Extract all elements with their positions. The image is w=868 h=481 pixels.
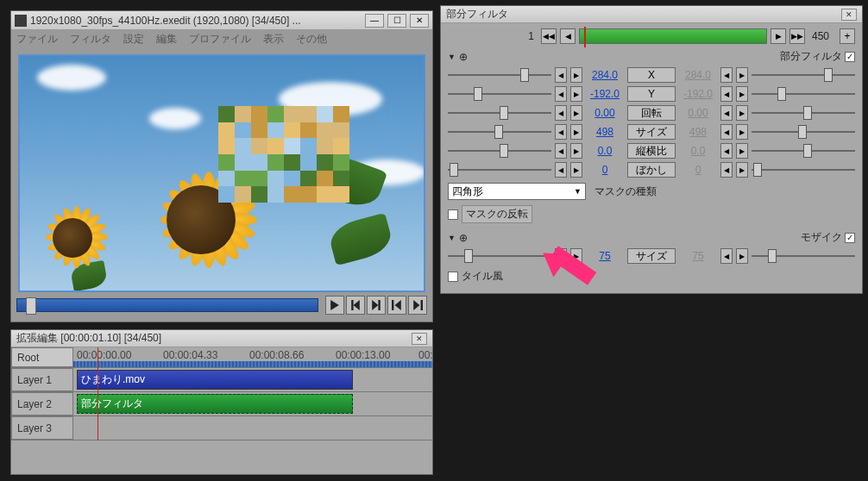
slider-right[interactable] (752, 143, 855, 159)
close-button[interactable]: ✕ (410, 14, 429, 28)
video-clip[interactable]: ひまわり.mov (77, 370, 353, 390)
frame-bar[interactable] (579, 28, 767, 44)
dec-right[interactable]: ◀ (720, 105, 733, 121)
frame-add-button[interactable]: + (840, 28, 855, 44)
slider-right[interactable] (752, 67, 855, 83)
layer-3-label[interactable]: Layer 3 (11, 416, 73, 440)
slider-right[interactable] (752, 248, 855, 264)
slider-left[interactable] (448, 162, 551, 178)
inc-right[interactable]: ▶ (736, 86, 748, 102)
frame-next-button[interactable]: ▶ (771, 28, 786, 44)
timeline-close-button[interactable]: ✕ (412, 333, 427, 345)
param-name-btn[interactable]: 回転 (627, 105, 676, 121)
minimize-button[interactable]: — (365, 14, 384, 28)
anchor-icon-2[interactable]: ⊕ (459, 232, 468, 244)
layer-1-label[interactable]: Layer 1 (11, 368, 73, 391)
inc-left[interactable]: ▶ (570, 105, 582, 121)
dec-left[interactable]: ◀ (555, 67, 567, 83)
mask-shape-dropdown[interactable]: 四角形 ▼ (448, 183, 586, 200)
slider-left[interactable] (448, 86, 551, 102)
dec-right[interactable]: ◀ (720, 86, 733, 102)
dec-left[interactable]: ◀ (555, 143, 567, 159)
menu-edit[interactable]: 編集 (156, 32, 177, 47)
inc-left[interactable]: ▶ (570, 162, 582, 178)
dec-left[interactable]: ◀ (555, 162, 567, 178)
menu-other[interactable]: その他 (296, 32, 327, 47)
menu-file[interactable]: ファイル (16, 32, 58, 47)
section-1-checkbox[interactable] (845, 52, 855, 62)
dec-right[interactable]: ◀ (720, 162, 733, 178)
next-frame-button[interactable] (367, 296, 386, 315)
slider-right[interactable] (752, 86, 855, 102)
first-frame-button[interactable] (387, 296, 406, 315)
filter-clip[interactable]: 部分フィルタ (77, 394, 353, 414)
seek-thumb[interactable] (26, 297, 36, 315)
slider-right[interactable] (752, 124, 855, 140)
play-button[interactable] (325, 296, 344, 315)
dec-right[interactable]: ◀ (720, 248, 733, 264)
collapse-icon-2[interactable]: ▼ (448, 234, 456, 242)
val-left[interactable]: 0.00 (586, 107, 624, 119)
val-left[interactable]: 75 (586, 250, 624, 262)
slider-left[interactable] (448, 248, 551, 264)
param-name-btn[interactable]: 縦横比 (627, 143, 676, 159)
slider-left[interactable] (448, 143, 551, 159)
inc-right[interactable]: ▶ (736, 105, 748, 121)
dec-right[interactable]: ◀ (720, 67, 733, 83)
inc-left[interactable]: ▶ (570, 67, 582, 83)
param-name-btn[interactable]: サイズ (627, 124, 676, 140)
val-left[interactable]: -192.0 (586, 88, 624, 100)
val-left[interactable]: 0.0 (586, 145, 624, 157)
root-label[interactable]: Root (11, 347, 73, 367)
param-name-btn[interactable]: ぼかし (627, 162, 676, 178)
inc-left[interactable]: ▶ (570, 86, 582, 102)
val-right[interactable]: 0 (679, 164, 717, 176)
invert-mask-checkbox[interactable] (448, 209, 458, 220)
tile-checkbox[interactable] (448, 272, 458, 282)
collapse-icon[interactable]: ▼ (448, 53, 456, 61)
menu-view[interactable]: 表示 (263, 32, 284, 47)
preview-canvas[interactable] (18, 54, 425, 292)
inc-right[interactable]: ▶ (736, 162, 748, 178)
frame-start[interactable]: 1 (448, 30, 538, 42)
anchor-icon[interactable]: ⊕ (459, 51, 468, 63)
val-right[interactable]: 75 (679, 250, 717, 262)
menu-profile[interactable]: プロファイル (189, 32, 251, 47)
frame-last-button[interactable]: ▶▶ (789, 28, 805, 44)
slider-right[interactable] (752, 105, 855, 121)
prev-frame-button[interactable] (346, 296, 365, 315)
menu-filter[interactable]: フィルタ (70, 32, 111, 47)
inc-left[interactable]: ▶ (570, 248, 582, 264)
frame-prev-button[interactable]: ◀ (560, 28, 576, 44)
seek-bar[interactable] (16, 298, 318, 312)
slider-left[interactable] (448, 67, 551, 83)
slider-left[interactable] (448, 124, 551, 140)
inc-right[interactable]: ▶ (736, 143, 748, 159)
dec-right[interactable]: ◀ (720, 143, 733, 159)
param-name-btn[interactable]: Y (627, 86, 676, 102)
dec-left[interactable]: ◀ (555, 86, 567, 102)
inc-right[interactable]: ▶ (736, 248, 748, 264)
dec-left[interactable]: ◀ (555, 124, 567, 140)
layer-1-track[interactable]: ひまわり.mov (73, 368, 432, 391)
val-left[interactable]: 284.0 (586, 69, 624, 81)
val-right[interactable]: 284.0 (679, 69, 717, 81)
dec-left[interactable]: ◀ (555, 105, 567, 121)
mosaic-checkbox[interactable] (845, 233, 855, 243)
filter-close-button[interactable]: ✕ (841, 9, 857, 21)
val-right[interactable]: -192.0 (679, 88, 717, 100)
menu-settings[interactable]: 設定 (123, 32, 144, 47)
frame-end[interactable]: 450 (808, 30, 836, 42)
param-name-btn[interactable]: サイズ (627, 248, 676, 264)
val-left[interactable]: 0 (586, 164, 624, 176)
layer-2-label[interactable]: Layer 2 (11, 392, 73, 415)
layer-3-track[interactable] (73, 416, 432, 440)
inc-left[interactable]: ▶ (570, 143, 582, 159)
slider-left[interactable] (448, 105, 551, 121)
layer-2-track[interactable]: 部分フィルタ (73, 392, 432, 415)
val-left[interactable]: 498 (586, 126, 624, 138)
dec-left[interactable]: ◀ (555, 248, 567, 264)
last-frame-button[interactable] (408, 296, 427, 315)
val-right[interactable]: 0.00 (679, 107, 717, 119)
maximize-button[interactable]: ☐ (387, 14, 406, 28)
